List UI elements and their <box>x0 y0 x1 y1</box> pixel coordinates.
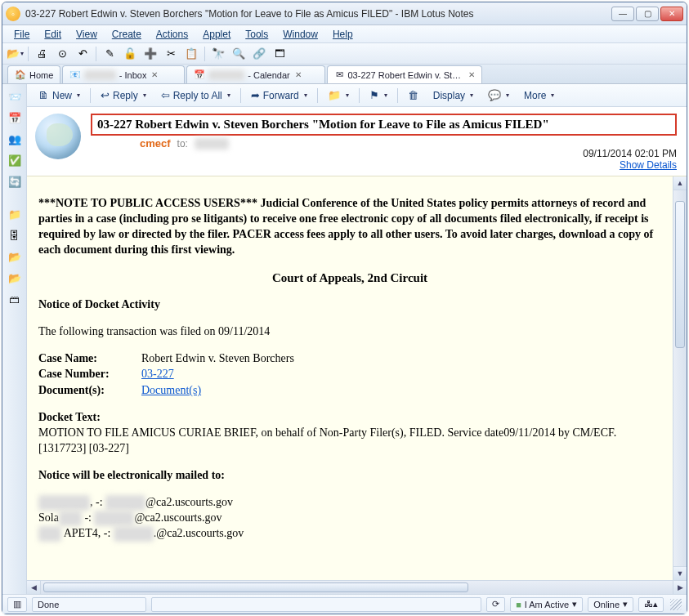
left-sidebar: 📨 📅 👥 ✅ 🔄 📁 🗄 📂 📂 🗃 <box>2 84 27 594</box>
tab-home[interactable]: 🏠 Home <box>7 65 60 83</box>
more-button[interactable]: More <box>517 87 561 105</box>
status-sync-icon[interactable]: ⟳ <box>486 597 505 612</box>
main-panel: 🗎New ↩Reply ⇦Reply to All ➦Forward 📁 ⚑ 🗑… <box>27 84 687 594</box>
redacted: xxxxxxx <box>195 138 229 150</box>
chat-icon: 💬 <box>488 89 501 101</box>
mail-icon: 📧 <box>69 69 81 81</box>
search-button[interactable]: 🔍 <box>230 46 248 62</box>
menu-applet[interactable]: Applet <box>196 27 237 42</box>
edit-button[interactable]: ✎ <box>101 46 119 62</box>
status-network-icon[interactable]: 🖧▴ <box>638 597 664 612</box>
flag-button[interactable]: ⚑ <box>363 87 394 105</box>
case-number-link[interactable]: 03-227 <box>141 368 174 380</box>
mail-body[interactable]: ***NOTE TO PUBLIC ACCESS USERS*** Judici… <box>27 176 673 580</box>
scroll-thumb[interactable] <box>675 201 685 348</box>
separator <box>317 88 318 103</box>
reply-icon: ↩ <box>101 89 110 101</box>
horizontal-scrollbar[interactable]: ◀ ▶ <box>27 580 687 594</box>
tab-inbox[interactable]: 📧 xxxxxxx - Inbox ✕ <box>62 65 185 83</box>
menu-window[interactable]: Window <box>276 27 324 42</box>
statusbar: ▥ Done ⟳ ■I Am Active▾ Online▾ 🖧▴ <box>2 594 687 614</box>
status-center <box>151 597 481 612</box>
vertical-scrollbar[interactable]: ▲ ▼ <box>673 176 687 580</box>
status-indicator[interactable]: ▥ <box>7 597 27 612</box>
print-button[interactable]: 🖨 <box>33 46 51 62</box>
tab-calendar[interactable]: 📅 xxxxxxxx - Calendar ✕ <box>186 65 325 83</box>
docket-text: MOTION TO FILE AMICUS CURIAE BRIEF, on b… <box>38 426 616 454</box>
display-button[interactable]: Display <box>427 87 480 105</box>
sidebar-folder-icon[interactable]: 📁 <box>6 205 24 223</box>
mail-header: 03-227 Robert Edwin v. Steven Borchers "… <box>27 107 687 176</box>
scroll-right-icon[interactable]: ▶ <box>673 581 687 594</box>
sidebar-folder2-icon[interactable]: 📂 <box>6 248 24 266</box>
menu-view[interactable]: View <box>69 27 104 42</box>
sidebar-database-icon[interactable]: 🗄 <box>6 226 24 244</box>
reply-button[interactable]: ↩Reply <box>94 87 153 105</box>
separator <box>96 47 96 61</box>
window-button[interactable]: 🗔 <box>271 46 289 62</box>
forward-button[interactable]: ➦Forward <box>244 87 314 105</box>
separator <box>204 47 205 61</box>
plus-button[interactable]: ➕ <box>141 46 159 62</box>
new-icon: 🗎 <box>38 89 49 101</box>
menu-file[interactable]: File <box>7 27 36 42</box>
new-button[interactable]: 🗎New <box>32 87 87 105</box>
mail-datetime: 09/11/2014 02:01 PM <box>583 148 677 159</box>
redacted: xxxxxxx <box>84 70 116 80</box>
cut-button[interactable]: ✂ <box>162 46 180 62</box>
scroll-down-icon[interactable]: ▼ <box>673 566 687 580</box>
sidebar-compose-icon[interactable]: 📨 <box>6 87 24 105</box>
globe-icon <box>35 114 81 159</box>
mail-from: cmecf <box>140 137 171 150</box>
court-heading: Court of Appeals, 2nd Circuit <box>38 270 661 286</box>
folder-button[interactable]: 📁 <box>321 87 356 105</box>
separator <box>28 47 29 61</box>
mailed-label: Notice will be electronically mailed to: <box>38 468 661 484</box>
mail-body-wrap: ***NOTE TO PUBLIC ACCESS USERS*** Judici… <box>27 176 687 580</box>
menu-help[interactable]: Help <box>326 27 360 42</box>
chat-button[interactable]: 💬 <box>481 87 516 105</box>
show-details-link[interactable]: Show Details <box>620 159 677 171</box>
tab-close-icon[interactable]: ✕ <box>295 70 302 79</box>
mail-to-label: to: <box>177 138 188 150</box>
sidebar-calendar-icon[interactable]: 📅 <box>6 109 24 127</box>
maximize-button[interactable]: ▢ <box>636 7 659 21</box>
menu-actions[interactable]: Actions <box>150 27 195 42</box>
sidebar-archive-icon[interactable]: 🗃 <box>6 290 24 308</box>
reply-all-button[interactable]: ⇦Reply to All <box>154 87 237 105</box>
status-active[interactable]: ■I Am Active▾ <box>510 597 583 612</box>
binoculars-icon[interactable]: 🔭 <box>209 46 227 62</box>
docket-text-label: Docket Text: <box>38 411 101 423</box>
link-button[interactable]: 🔗 <box>250 46 268 62</box>
preview-button[interactable]: ⊙ <box>53 46 71 62</box>
app-window: ◦ 03-227 Robert Edwin v. Steven Borchers… <box>2 2 687 614</box>
minimize-button[interactable]: — <box>611 7 634 21</box>
copy-button[interactable]: 📋 <box>182 46 200 62</box>
menu-edit[interactable]: Edit <box>38 27 68 42</box>
tab-close-icon[interactable]: ✕ <box>468 70 475 79</box>
delete-button[interactable]: 🗑 <box>401 87 425 105</box>
open-button[interactable]: 📂 <box>6 46 24 62</box>
resize-grip[interactable] <box>670 599 682 610</box>
tab-close-icon[interactable]: ✕ <box>151 70 158 79</box>
scroll-left-icon[interactable]: ◀ <box>27 581 41 594</box>
recipient-row: xxxx APET4, -: xxxxxxx.@ca2.uscourts.gov <box>38 526 661 542</box>
scroll-up-icon[interactable]: ▲ <box>673 176 687 190</box>
sidebar-todo-icon[interactable]: ✅ <box>6 151 24 169</box>
window-title: 03-227 Robert Edwin v. Steven Borchers "… <box>25 8 611 20</box>
menu-tools[interactable]: Tools <box>239 27 275 42</box>
folder-icon: 📁 <box>328 89 341 101</box>
lock-button[interactable]: 🔓 <box>121 46 139 62</box>
documents-link[interactable]: Document(s) <box>141 384 201 396</box>
status-online[interactable]: Online▾ <box>588 597 633 612</box>
close-button[interactable]: ✕ <box>660 7 683 21</box>
undo-button[interactable]: ↶ <box>74 46 92 62</box>
menu-create[interactable]: Create <box>105 27 148 42</box>
sidebar-folder3-icon[interactable]: 📂 <box>6 269 24 287</box>
sidebar-refresh-icon[interactable]: 🔄 <box>6 172 24 190</box>
case-number-row: Case Number: 03-227 <box>38 367 661 382</box>
tab-document[interactable]: ✉ 03-227 Robert Edwin v. Steven ... ✕ <box>327 65 482 83</box>
scroll-thumb[interactable] <box>43 583 468 592</box>
recipient-row: xxxxxxxxx, -: xxxxxxx@ca2.uscourts.gov <box>38 495 661 511</box>
sidebar-contacts-icon[interactable]: 👥 <box>6 130 24 148</box>
